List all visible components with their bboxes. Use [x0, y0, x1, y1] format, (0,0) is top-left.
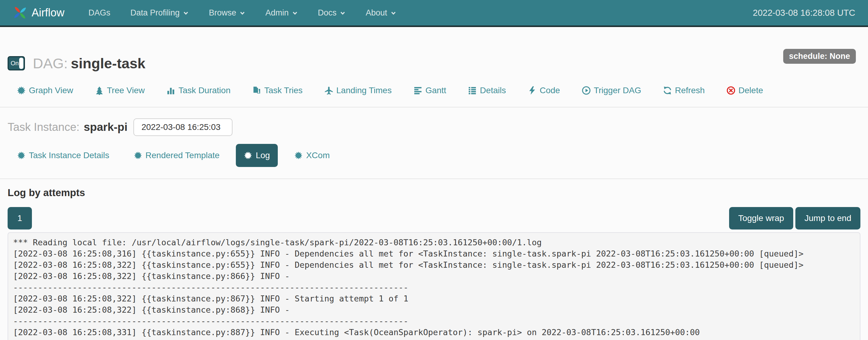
view-link-refresh[interactable]: Refresh — [663, 86, 705, 95]
chevron-down-icon — [340, 11, 346, 15]
airflow-logo-icon — [11, 4, 29, 21]
tab-xcom[interactable]: XCom — [286, 144, 338, 167]
attempt-1-tab[interactable]: 1 — [8, 207, 32, 230]
list-icon — [468, 86, 477, 95]
log-lines: *** Reading local file: /usr/local/airfl… — [13, 237, 855, 338]
nav-item-admin[interactable]: Admin — [255, 0, 308, 26]
chevron-down-icon — [183, 11, 189, 15]
chevron-down-icon — [292, 11, 298, 15]
log-line: ----------------------------------------… — [13, 282, 855, 293]
bar-chart-icon — [166, 86, 175, 95]
top-navbar: Airflow DAGs Data Profiling Browse Admin… — [0, 0, 868, 27]
toggle-wrap-button[interactable]: Toggle wrap — [729, 207, 793, 230]
tree-icon — [95, 86, 104, 95]
log-line: ----------------------------------------… — [13, 315, 855, 327]
task-instance-label: Task Instance: — [8, 121, 80, 134]
dag-title-prefix: DAG: — [33, 55, 68, 71]
log-line: [2022-03-08 16:25:08,322] {{taskinstance… — [13, 304, 855, 315]
dag-view-links: Graph View Tree View Task Duration Task … — [17, 86, 860, 95]
log-by-attempts-heading: Log by attempts — [8, 187, 860, 199]
attempt-toolbar: 1 Toggle wrap Jump to end — [8, 207, 860, 230]
log-output[interactable]: *** Reading local file: /usr/local/airfl… — [8, 232, 860, 340]
view-link-landing-times[interactable]: Landing Times — [324, 86, 392, 95]
log-line: [2022-03-08 16:25:08,322] {{taskinstance… — [13, 259, 855, 270]
view-link-task-duration[interactable]: Task Duration — [166, 86, 230, 95]
nav-item-data-profiling[interactable]: Data Profiling — [120, 0, 199, 26]
task-id: spark-pi — [84, 121, 128, 134]
chevron-down-icon — [391, 11, 396, 15]
log-line: *** Reading local file: /usr/local/airfl… — [13, 237, 855, 248]
view-link-trigger-dag[interactable]: Trigger DAG — [582, 86, 641, 95]
nav-item-about[interactable]: About — [355, 0, 406, 26]
view-link-tree-view[interactable]: Tree View — [95, 86, 145, 95]
view-link-gantt[interactable]: Gantt — [413, 86, 446, 95]
view-link-graph-view[interactable]: Graph View — [17, 86, 73, 95]
gantt-bars-icon — [413, 86, 423, 95]
burst-icon — [17, 151, 26, 160]
section-divider — [0, 178, 868, 179]
delete-circle-x-icon — [726, 86, 736, 95]
log-buttons: Toggle wrap Jump to end — [729, 207, 860, 230]
view-link-details[interactable]: Details — [468, 86, 506, 95]
page-title: DAG:single-task — [33, 55, 145, 72]
schedule-badge: schedule: None — [783, 49, 856, 64]
nav-item-dags[interactable]: DAGs — [79, 0, 120, 26]
burst-icon — [244, 151, 252, 160]
refresh-icon — [663, 86, 672, 95]
tab-rendered-template[interactable]: Rendered Template — [126, 144, 228, 167]
burst-icon — [294, 151, 303, 160]
execution-date-input[interactable] — [133, 118, 232, 136]
dag-pause-toggle[interactable]: On — [8, 56, 25, 70]
tab-log[interactable]: Log — [236, 144, 278, 167]
burst-icon — [17, 86, 26, 95]
section-divider — [0, 107, 868, 107]
bolt-icon — [528, 86, 537, 95]
chevron-down-icon — [240, 11, 245, 15]
tab-task-instance-details[interactable]: Task Instance Details — [9, 144, 117, 167]
log-line: [2022-03-08 16:25:08,331] {{taskinstance… — [13, 327, 855, 338]
dag-id: single-task — [71, 55, 146, 71]
view-link-task-tries[interactable]: Task Tries — [252, 86, 302, 95]
toggle-on-label: On — [11, 60, 19, 67]
view-link-delete[interactable]: Delete — [726, 86, 763, 95]
task-instance-tabs: Task Instance Details Rendered Template … — [9, 144, 860, 167]
toggle-knob — [19, 58, 23, 69]
nav-item-browse[interactable]: Browse — [199, 0, 255, 26]
file-chart-icon — [252, 86, 261, 95]
nav-item-docs[interactable]: Docs — [308, 0, 356, 26]
plane-icon — [324, 86, 333, 95]
log-line: [2022-03-08 16:25:08,316] {{taskinstance… — [13, 248, 855, 259]
log-line: [2022-03-08 16:25:08,322] {{taskinstance… — [13, 270, 855, 282]
airflow-brand[interactable]: Airflow — [11, 4, 64, 21]
airflow-brand-label: Airflow — [32, 6, 64, 19]
dag-header: On DAG:single-task schedule: None — [8, 55, 856, 72]
task-instance-row: Task Instance: spark-pi — [8, 118, 860, 136]
view-link-code[interactable]: Code — [528, 86, 560, 95]
utc-clock: 2022-03-08 16:28:08 UTC — [753, 8, 855, 18]
burst-icon — [134, 151, 142, 160]
jump-to-end-button[interactable]: Jump to end — [795, 207, 860, 230]
play-circle-icon — [582, 86, 591, 95]
log-line: [2022-03-08 16:25:08,322] {{taskinstance… — [13, 293, 855, 304]
